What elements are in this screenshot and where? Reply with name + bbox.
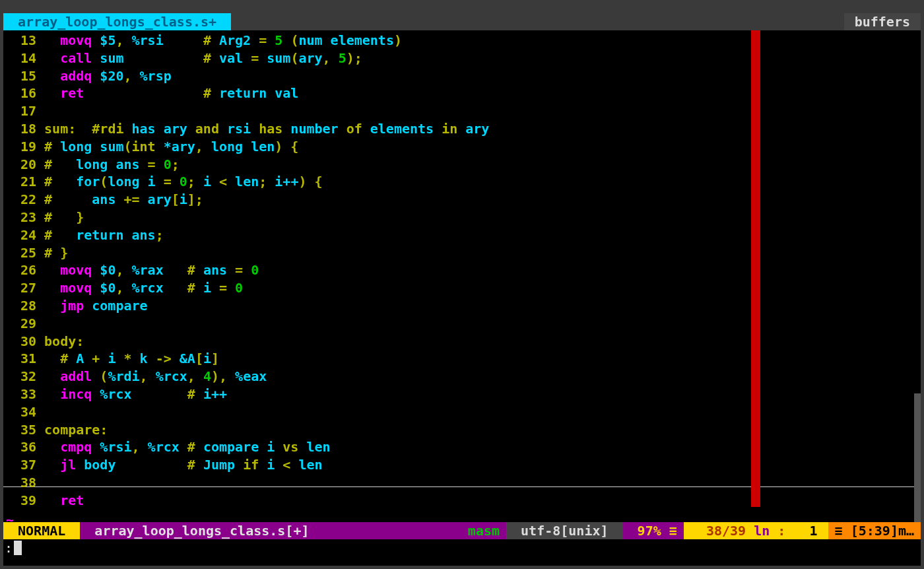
hamburger-icon: ≡ [669,522,677,540]
line-number: 14 [3,50,36,67]
status-encoding: utf-8[unix] [506,522,623,539]
line-text[interactable]: movq $5, %rsi # Arg2 = 5 (num elements) [36,32,402,50]
code-line[interactable]: 33 incq %rcx # i++ [3,385,921,403]
status-line: NORMAL array_loop_longs_class.s[+] masm … [3,522,921,539]
line-text[interactable]: compare: [36,421,108,439]
command-prompt: : [5,539,13,557]
line-number: 25 [3,244,36,262]
code-viewport[interactable]: 13 movq $5, %rsi # Arg2 = 5 (num element… [3,30,921,522]
code-line[interactable]: 21 # for(long i = 0; i < len; i++) { [3,173,921,191]
line-number: 26 [3,261,36,279]
line-number: 32 [3,368,36,385]
status-ln-label: ln [746,522,777,539]
line-number: 16 [3,84,36,102]
status-filetype: masm [461,522,506,539]
line-text[interactable] [36,102,44,120]
line-number: 39 [3,492,36,510]
mode-indicator: NORMAL [3,522,80,539]
code-line[interactable]: 28 jmp compare [3,297,921,315]
line-text[interactable]: jl body # Jump if i < len [36,456,323,474]
line-text[interactable]: sum: #rdi has ary and rsi has number of … [36,120,489,138]
line-number: 17 [3,102,36,120]
code-line[interactable]: 37 jl body # Jump if i < len [3,456,921,474]
line-text[interactable]: jmp compare [36,297,148,315]
code-line[interactable]: 32 addl (%rdi, %rcx, 4), %eax [3,368,921,385]
line-text[interactable]: incq %rcx # i++ [36,385,227,403]
line-text[interactable] [36,403,44,421]
line-text[interactable]: movq $0, %rax # ans = 0 [36,261,259,279]
buffer-tab-active[interactable]: array_loop_longs_class.s+ [3,13,231,30]
line-number: 13 [3,32,36,50]
status-time-value: [5:39]m… [851,522,914,540]
line-text[interactable]: addl (%rdi, %rcx, 4), %eax [36,368,267,385]
status-time: ≡ [5:39]m… [828,522,921,539]
line-text[interactable]: ret # return val [36,84,298,102]
status-percent-value: 97% [630,522,669,540]
line-number: 24 [3,226,36,244]
code-lines[interactable]: 13 movq $5, %rsi # Arg2 = 5 (num element… [3,30,921,511]
line-number: 18 [3,120,36,138]
line-text[interactable]: # } [36,244,68,262]
line-number: 33 [3,385,36,403]
code-line[interactable]: 17 [3,102,921,120]
line-text[interactable]: body: [36,333,84,351]
code-line[interactable]: 31 # A + i * k -> &A[i] [3,350,921,368]
code-line[interactable]: 39 ret [3,492,921,510]
code-line[interactable]: 20 # long ans = 0; [3,156,921,174]
code-line[interactable]: 16 ret # return val [3,84,921,102]
line-number: 21 [3,173,36,191]
line-text[interactable]: # return ans; [36,226,164,244]
code-line[interactable]: 26 movq $0, %rax # ans = 0 [3,261,921,279]
line-number: 29 [3,315,36,333]
end-of-buffer-tilde: ~ [3,511,921,522]
line-text[interactable]: # A + i * k -> &A[i] [36,350,219,368]
line-number: 38 [3,474,36,492]
line-number: 37 [3,456,36,474]
line-number: 15 [3,67,36,85]
code-line[interactable]: 23 # } [3,209,921,226]
code-line[interactable]: 22 # ans += ary[i]; [3,191,921,209]
code-line[interactable]: 29 [3,315,921,333]
code-line[interactable]: 25 # } [3,244,921,262]
hamburger-icon-2: ≡ [835,522,851,540]
line-text[interactable]: # long ans = 0; [36,156,180,174]
line-text[interactable]: ret [36,492,84,510]
code-line[interactable]: 14 call sum # val = sum(ary, 5); [3,50,921,67]
line-number: 36 [3,438,36,456]
line-text[interactable]: # ans += ary[i]; [36,191,203,209]
code-line[interactable]: 36 cmpq %rsi, %rcx # compare i vs len [3,438,921,456]
code-line[interactable]: 15 addq $20, %rsp [3,67,921,85]
line-text[interactable] [36,315,44,333]
code-line[interactable]: 35 compare: [3,421,921,439]
line-text[interactable]: # } [36,209,84,226]
status-col-sep: : [777,522,793,539]
scrollbar-thumb[interactable] [914,393,921,522]
line-text[interactable]: movq $0, %rcx # i = 0 [36,279,243,297]
code-line[interactable]: 24 # return ans; [3,226,921,244]
line-text[interactable]: call sum # val = sum(ary, 5); [36,50,362,67]
command-cursor [14,541,22,555]
code-line[interactable]: 13 movq $5, %rsi # Arg2 = 5 (num element… [3,32,921,50]
code-line[interactable]: 18 sum: #rdi has ary and rsi has number … [3,120,921,138]
code-line[interactable]: 30 body: [3,333,921,351]
line-number: 27 [3,279,36,297]
status-line-pos: 38/39 [684,522,746,539]
line-number: 20 [3,156,36,174]
line-text[interactable]: cmpq %rsi, %rcx # compare i vs len [36,438,331,456]
line-number: 23 [3,209,36,226]
status-percent: 97% ≡ [623,522,684,539]
command-line[interactable]: : [3,539,921,556]
line-number: 19 [3,138,36,156]
code-line[interactable]: 34 [3,403,921,421]
line-number: 34 [3,403,36,421]
line-number: 30 [3,333,36,351]
line-number: 28 [3,297,36,315]
line-text[interactable]: addq $20, %rsp [36,67,172,85]
line-text[interactable]: # long sum(int *ary, long len) { [36,138,298,156]
code-line[interactable]: 38 [3,474,921,492]
code-line[interactable]: 19 # long sum(int *ary, long len) { [3,138,921,156]
buffers-label[interactable]: buffers [844,13,921,30]
line-text[interactable] [36,474,44,492]
line-text[interactable]: # for(long i = 0; i < len; i++) { [36,173,323,191]
code-line[interactable]: 27 movq $0, %rcx # i = 0 [3,279,921,297]
